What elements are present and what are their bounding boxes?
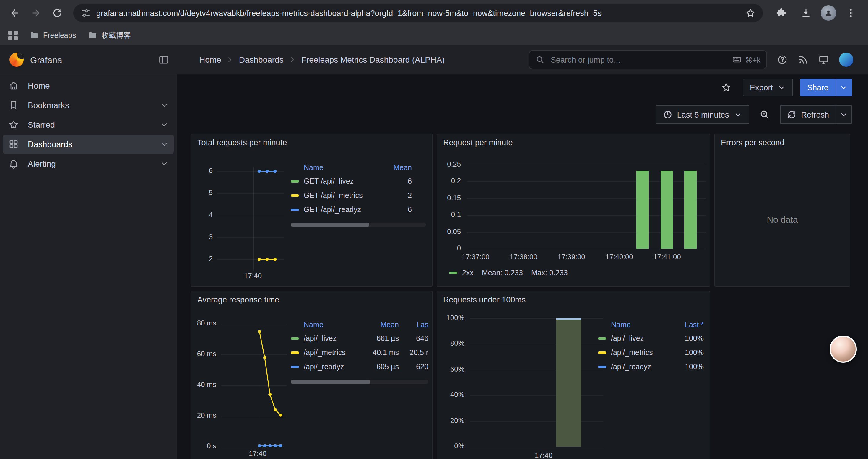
grafana-body: Home Bookmarks Starred Dashboards	[0, 74, 868, 459]
url-input[interactable]	[96, 8, 740, 18]
sidebar-item-bookmarks[interactable]: Bookmarks	[3, 96, 174, 114]
sidebar-toggle-icon[interactable]	[158, 54, 169, 65]
series-color-chip	[449, 272, 457, 274]
forward-button[interactable]	[26, 3, 46, 23]
bookmark-icon	[8, 100, 19, 110]
panel-title[interactable]: Total requests per minute	[197, 138, 287, 147]
browser-profile-avatar[interactable]	[821, 5, 836, 21]
search-box[interactable]: ⌘+k	[529, 50, 767, 69]
series-name[interactable]: /api/_readyz	[304, 363, 361, 371]
panel-title[interactable]: Average response time	[197, 295, 279, 304]
sidebar-item-alerting[interactable]: Alerting	[3, 154, 174, 173]
legend: Name Mean GET /api/_livez 6	[291, 161, 426, 227]
panel-title[interactable]: Requests under 100ms	[443, 295, 526, 304]
legend-header-mean[interactable]: Mean	[376, 164, 412, 172]
y-tick: 0.1	[451, 210, 461, 219]
search-input[interactable]	[550, 55, 732, 65]
favorite-star-icon[interactable]	[717, 78, 736, 97]
series-name[interactable]: /api/_metrics	[304, 349, 361, 357]
chevron-down-icon[interactable]	[160, 160, 168, 168]
chevron-down-icon[interactable]	[160, 121, 168, 129]
x-tick: 17:40	[235, 272, 271, 280]
legend-scrollbar[interactable]	[291, 223, 426, 227]
chevron-down-icon[interactable]	[160, 140, 168, 148]
extensions-icon[interactable]	[771, 3, 791, 23]
series-name[interactable]: /api/_livez	[304, 334, 361, 342]
legend-header-name[interactable]: Name	[304, 321, 361, 329]
legend-scrollbar[interactable]	[291, 380, 428, 384]
refresh-interval-dropdown[interactable]	[836, 105, 852, 124]
y-tick: 80%	[450, 339, 464, 347]
site-info-icon[interactable]	[80, 8, 91, 18]
share-button-group: Share	[800, 78, 852, 96]
clock-icon	[663, 110, 673, 119]
share-dropdown[interactable]	[836, 78, 852, 96]
breadcrumb-home[interactable]: Home	[199, 55, 221, 64]
breadcrumb-dashboards[interactable]: Dashboards	[239, 55, 284, 64]
time-range-label: Last 5 minutes	[677, 110, 729, 119]
series-point	[266, 170, 269, 173]
legend-header-name[interactable]: Name	[304, 164, 376, 172]
series-point	[258, 258, 261, 261]
bookmark-label: 收藏博客	[101, 30, 131, 40]
downloads-icon[interactable]	[796, 3, 816, 23]
grafana-header: Grafana Home Dashboards Freeleaps Metric…	[0, 45, 868, 74]
series-color-chip	[598, 366, 606, 368]
sidebar-item-dashboards[interactable]: Dashboards	[3, 135, 174, 154]
refresh-button[interactable]: Refresh	[780, 105, 836, 124]
series-color-chip	[291, 352, 299, 354]
series-name[interactable]: GET /api/_readyz	[304, 205, 376, 214]
legend-header-last[interactable]: Las	[399, 321, 428, 329]
series-name[interactable]: GET /api/_metrics	[304, 191, 376, 200]
export-button[interactable]: Export	[743, 78, 793, 96]
series-last: 646	[399, 334, 428, 342]
chevron-down-icon[interactable]	[160, 101, 168, 109]
bookmark-folder-blogs[interactable]: 收藏博客	[88, 30, 131, 40]
floating-assistant-avatar[interactable]	[830, 335, 857, 363]
sidebar-item-label: Bookmarks	[28, 100, 69, 110]
bar	[637, 170, 649, 249]
brand-name: Grafana	[30, 55, 62, 65]
back-button[interactable]	[5, 3, 25, 23]
legend-header-name[interactable]: Name	[611, 321, 668, 329]
panel-title[interactable]: Errors per second	[721, 138, 784, 147]
browser-menu-icon[interactable]	[841, 3, 861, 23]
series-name[interactable]: /api/_metrics	[611, 349, 668, 357]
x-tick: 17:40	[526, 451, 561, 459]
sidebar-item-home[interactable]: Home	[3, 76, 174, 95]
zoom-out-icon[interactable]	[755, 105, 774, 124]
chevron-right-icon	[288, 56, 297, 64]
time-range-picker[interactable]: Last 5 minutes	[656, 105, 749, 124]
refresh-label: Refresh	[801, 110, 829, 119]
legend-header-mean[interactable]: Mean	[361, 321, 399, 329]
bookmark-star-icon[interactable]	[745, 8, 756, 18]
reload-button[interactable]	[47, 3, 67, 23]
header-icons	[777, 45, 853, 74]
legend-header-last[interactable]: Last *	[668, 321, 704, 329]
series-color-chip	[291, 194, 299, 197]
scrollbar-thumb[interactable]	[291, 223, 369, 227]
series-name[interactable]: /api/_readyz	[611, 363, 668, 371]
series-name[interactable]: GET /api/_livez	[304, 177, 376, 186]
monitor-icon[interactable]	[818, 54, 829, 65]
chevron-right-icon	[226, 56, 234, 64]
url-bar[interactable]	[73, 4, 763, 22]
bookmark-folder-freeleaps[interactable]: Freeleaps	[30, 31, 76, 40]
panel-title[interactable]: Request per minute	[443, 138, 513, 147]
rss-icon[interactable]	[798, 54, 808, 65]
legend-item[interactable]: 2xx	[449, 269, 473, 277]
y-tick: 4	[209, 211, 213, 219]
user-avatar[interactable]	[839, 53, 853, 67]
share-button[interactable]: Share	[800, 78, 836, 96]
series-line	[259, 331, 281, 415]
apps-grid-icon[interactable]	[8, 31, 18, 40]
grafana-logo[interactable]	[9, 53, 24, 67]
series-name[interactable]: /api/_livez	[611, 334, 668, 342]
browser-toolbar	[0, 0, 868, 26]
help-icon[interactable]	[777, 54, 788, 65]
sidebar-item-starred[interactable]: Starred	[3, 115, 174, 134]
bar-chart	[467, 165, 706, 249]
y-tick: 2	[209, 255, 213, 263]
screen: Freeleaps 收藏博客 Grafana Home Dashboards F…	[0, 0, 868, 459]
scrollbar-thumb[interactable]	[291, 380, 370, 384]
